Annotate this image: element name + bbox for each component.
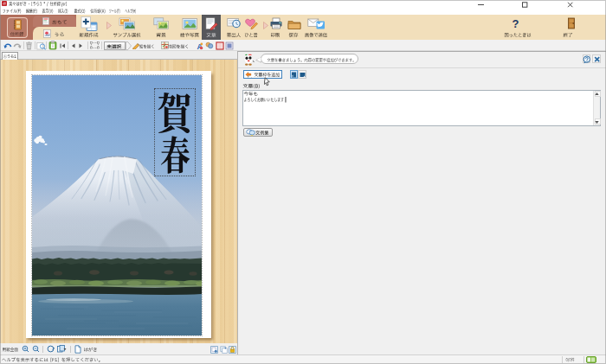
svg-text:?: ? <box>513 17 519 30</box>
